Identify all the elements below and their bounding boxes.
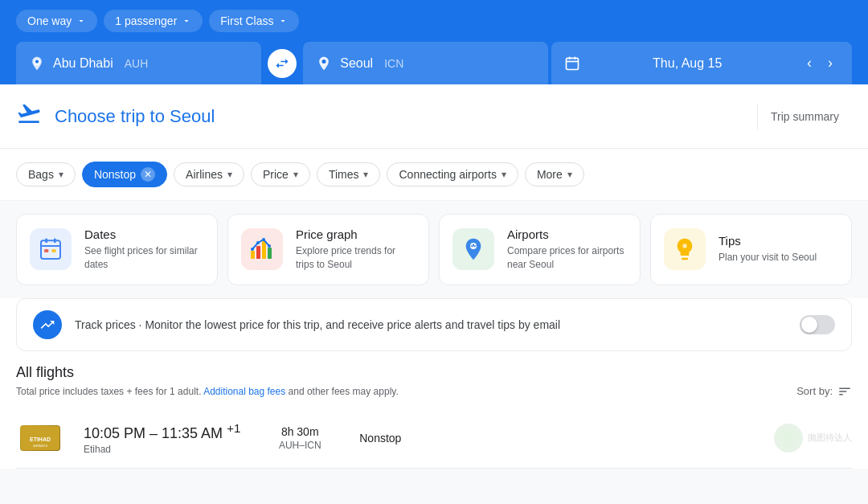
tips-card-title: Tips [719,234,817,248]
price-graph-card[interactable]: Price graph Explore price trends for tri… [227,214,429,285]
svg-point-22 [682,244,686,248]
track-prices-banner: Track prices · Monitor the lowest price … [16,298,852,351]
header-top: One way 1 passenger First Class [16,10,852,42]
additional-bag-fees-link[interactable]: Additional bag fees [203,386,285,397]
svg-rect-12 [51,249,55,252]
arrival-day: +1 [227,421,240,435]
info-cards: Dates See flight prices for similar date… [0,201,868,298]
chevron-down-icon [76,16,86,26]
date-nav: ‹ › [800,51,839,75]
takeoff-icon [16,100,42,132]
svg-rect-13 [251,251,255,259]
cabin-class-dropdown[interactable]: First Class [209,10,299,32]
etihad-logo: ETIHAD AIRWAYS [20,425,60,451]
price-graph-text: Price graph Explore price trends for tri… [296,227,416,272]
dates-card[interactable]: Dates See flight prices for similar date… [16,214,218,285]
search-bar: Abu Dhabi AUH Seoul ICN Thu, Aug 15 ‹ › [16,42,852,84]
svg-rect-11 [44,249,48,252]
tips-card-text: Tips Plan your visit to Seoul [719,234,817,264]
airports-card-title: Airports [507,227,627,241]
sort-icon[interactable] [837,384,852,399]
origin-city: Abu Dhabi [53,56,113,71]
flight-takeoff-icon [16,100,42,126]
price-graph-title: Price graph [296,227,416,241]
airlines-chevron: ▾ [227,169,232,180]
swap-button[interactable] [268,49,297,78]
nonstop-close-icon[interactable]: ✕ [141,167,155,182]
bags-filter[interactable]: Bags ▾ [16,162,76,186]
svg-point-19 [262,238,265,241]
connecting-airports-filter[interactable]: Connecting airports ▾ [387,162,518,186]
more-chevron: ▾ [567,169,572,180]
bags-chevron: ▾ [59,169,63,180]
sort-by: Sort by: [796,384,852,399]
chevron-down-icon-3 [278,16,288,26]
svg-point-17 [251,248,254,251]
date-field[interactable]: Thu, Aug 15 ‹ › [551,42,852,84]
stops-text: Nonstop [359,432,440,445]
flight-times: 10:05 PM – 11:35 AM +1 Etihad [84,421,240,455]
svg-point-18 [256,241,260,244]
origin-field[interactable]: Abu Dhabi AUH [16,42,261,84]
svg-rect-3 [567,58,579,69]
tips-card[interactable]: Tips Plan your visit to Seoul [650,214,852,285]
flights-subtitle-text: Total price includes taxes + fees for 1 … [16,386,399,397]
svg-rect-16 [268,248,272,259]
times-filter[interactable]: Times ▾ [317,162,381,186]
airports-card[interactable]: Airports Compare prices for airports nea… [439,214,641,285]
svg-point-20 [268,244,271,248]
trending-icon [39,317,55,333]
trip-type-label: One way [27,14,72,27]
price-graph-desc: Explore price trends for trips to Seoul [296,244,416,272]
lightbulb-icon [672,236,698,262]
etihad-logo-svg: ETIHAD AIRWAYS [21,426,59,450]
airports-card-desc: Compare prices for airports near Seoul [507,244,627,272]
svg-text:AIRWAYS: AIRWAYS [33,444,48,448]
svg-point-1 [35,59,39,63]
price-chevron: ▾ [293,169,298,180]
page-header-left: Choose trip to Seoul [16,100,757,132]
passengers-label: 1 passenger [115,14,177,27]
connecting-chevron: ▾ [502,169,506,180]
cabin-class-label: First Class [220,14,273,27]
svg-point-2 [322,59,326,64]
swap-icon [274,55,290,72]
track-prices-toggle[interactable] [800,315,835,334]
price-graph-chart-icon [248,235,276,264]
origin-code: AUH [125,57,149,70]
page-header: Choose trip to Seoul Trip summary [0,84,868,149]
date-next-button[interactable]: › [821,51,839,75]
calendar-dates-icon [38,236,63,262]
chevron-down-icon-2 [182,16,191,26]
watermark: 抛图待达人 [774,424,852,453]
airlines-filter[interactable]: Airlines ▾ [174,162,244,186]
flight-row[interactable]: ETIHAD AIRWAYS 10:05 PM – 11:35 AM +1 Et… [16,408,852,469]
more-filter[interactable]: More ▾ [525,162,584,186]
flights-subtitle: Total price includes taxes + fees for 1 … [16,384,852,399]
dest-city: Seoul [340,56,373,71]
svg-rect-7 [41,241,60,260]
svg-rect-14 [256,246,260,259]
airports-card-text: Airports Compare prices for airports nea… [507,227,627,272]
dates-card-text: Dates See flight prices for similar date… [84,227,204,272]
flight-time-range: 10:05 PM – 11:35 AM +1 [84,421,240,442]
airline-logo: ETIHAD AIRWAYS [16,422,64,454]
trip-type-dropdown[interactable]: One way [16,10,97,32]
date-label: Thu, Aug 15 [653,56,722,71]
passengers-dropdown[interactable]: 1 passenger [104,10,203,32]
airline-name: Etihad [84,444,240,455]
trip-summary-link[interactable]: Trip summary [757,104,852,129]
airports-location-icon [461,236,486,262]
date-prev-button[interactable]: ‹ [800,51,818,75]
all-flights-heading: All flights [16,364,852,381]
track-prices-icon [33,310,62,339]
depart-time: 10:05 PM – 11:35 AM [84,425,223,441]
page-title: Choose trip to Seoul [55,106,215,127]
price-filter[interactable]: Price ▾ [251,162,310,186]
dest-field[interactable]: Seoul ICN [303,42,548,84]
nonstop-filter[interactable]: Nonstop ✕ [82,162,167,187]
svg-rect-15 [262,241,266,259]
svg-text:ETIHAD: ETIHAD [30,436,51,442]
dest-code: ICN [384,57,403,70]
times-chevron: ▾ [363,169,368,180]
